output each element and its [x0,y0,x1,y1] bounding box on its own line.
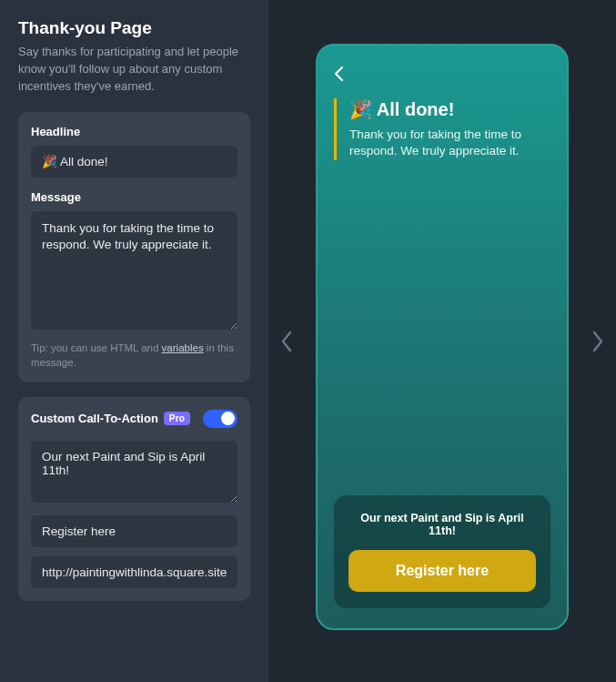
headline-label: Headline [31,125,237,138]
settings-panel: Thank-you Page Say thanks for participat… [0,0,268,682]
variables-link[interactable]: variables [162,342,204,353]
cta-toggle[interactable] [203,410,237,428]
headline-input[interactable] [31,146,237,178]
preview-cta-button[interactable]: Register here [348,550,536,592]
pro-badge: Pro [164,412,190,425]
chevron-left-icon [334,66,344,82]
preview-panel: 🎉 All done! Thank you for taking the tim… [268,0,616,682]
cta-button-label-input[interactable] [31,515,237,547]
preview-cta-box: Our next Paint and Sip is April 11th! Re… [334,495,550,608]
preview-next-button[interactable] [589,326,607,357]
page-title: Thank-you Page [18,18,250,38]
cta-header: Custom Call-To-Action Pro [31,410,237,428]
preview-headline: 🎉 All done! [349,98,550,120]
chevron-left-icon [280,331,293,352]
preview-message: Thank you for taking the time to respond… [349,127,550,161]
preview-prev-button[interactable] [278,326,296,357]
preview-cta-text: Our next Paint and Sip is April 11th! [348,512,536,537]
message-label: Message [31,190,237,204]
message-textarea[interactable] [31,211,237,330]
page-description: Say thanks for participating and let peo… [18,44,250,96]
content-card: Headline Message Tip: you can use HTML a… [18,112,250,382]
message-tip: Tip: you can use HTML and variables in t… [31,341,237,370]
phone-preview: 🎉 All done! Thank you for taking the tim… [316,44,569,630]
cta-card: Custom Call-To-Action Pro [18,397,250,601]
preview-headline-block: 🎉 All done! Thank you for taking the tim… [334,98,550,161]
cta-url-input[interactable] [31,556,237,588]
preview-back-button[interactable] [334,66,348,80]
cta-text-input[interactable] [31,441,237,503]
chevron-right-icon [591,331,604,352]
cta-title: Custom Call-To-Action Pro [31,412,190,425]
